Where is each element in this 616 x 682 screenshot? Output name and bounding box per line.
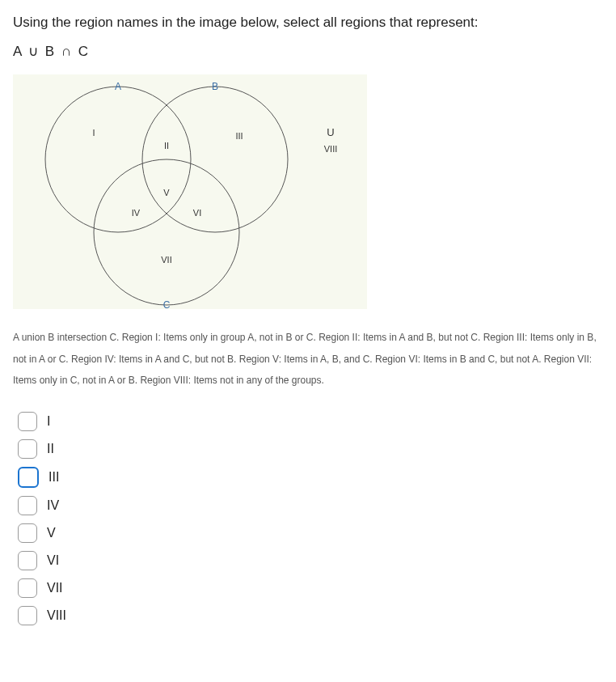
region-7: VII <box>161 255 171 265</box>
venn-diagram: A B C I II III IV V VI VII U VIII <box>13 74 367 309</box>
option-label: I <box>47 414 50 429</box>
label-c: C <box>163 299 171 309</box>
options-list: IIIIIIIVVVIVIIVIII <box>18 412 603 625</box>
option-label: II <box>47 442 54 456</box>
checkbox-I[interactable] <box>18 412 37 431</box>
checkbox-II[interactable] <box>18 439 37 459</box>
option-row-III: III <box>18 467 603 488</box>
option-row-I: I <box>18 412 603 431</box>
option-label: III <box>49 470 59 485</box>
option-label: VI <box>47 553 59 568</box>
checkbox-VII[interactable] <box>18 578 37 598</box>
checkbox-IV[interactable] <box>18 496 37 515</box>
region-1: I <box>92 128 95 138</box>
formula-expression: A ∪ B ∩ C <box>13 43 603 60</box>
option-label: V <box>47 526 56 540</box>
option-row-II: II <box>18 439 603 459</box>
option-row-IV: IV <box>18 496 603 515</box>
option-row-VI: VI <box>18 551 603 570</box>
option-row-VII: VII <box>18 578 603 598</box>
region-2: II <box>164 141 169 150</box>
option-row-V: V <box>18 523 603 543</box>
checkbox-III[interactable] <box>18 467 39 488</box>
region-6: VI <box>193 208 201 218</box>
option-row-VIII: VIII <box>18 606 603 625</box>
option-label: VIII <box>47 608 66 623</box>
label-b: B <box>212 81 218 92</box>
region-8: VIII <box>324 144 338 154</box>
label-a: A <box>115 81 121 92</box>
checkbox-VI[interactable] <box>18 551 37 570</box>
region-description: A union B intersection C. Region I: Item… <box>13 327 603 391</box>
region-3: III <box>235 131 243 141</box>
option-label: IV <box>47 498 59 513</box>
region-5: V <box>163 188 170 197</box>
checkbox-VIII[interactable] <box>18 606 37 625</box>
label-u: U <box>327 126 334 138</box>
question-prompt: Using the region names in the image belo… <box>13 11 603 33</box>
checkbox-V[interactable] <box>18 523 37 543</box>
option-label: VII <box>47 581 63 595</box>
region-4: IV <box>132 208 141 218</box>
